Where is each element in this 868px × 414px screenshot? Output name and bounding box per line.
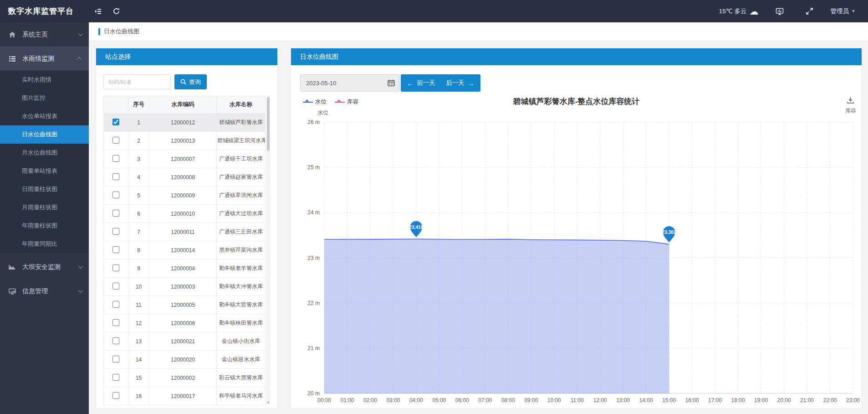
- x-axis-label: 07:00: [478, 397, 492, 404]
- search-button[interactable]: 查询: [174, 74, 207, 89]
- x-axis-label: 06:00: [455, 397, 469, 404]
- station-checkbox[interactable]: [112, 337, 119, 344]
- station-row[interactable]: 112000012碧城镇芦彩箐水库: [104, 114, 266, 132]
- station-checkbox[interactable]: [112, 283, 119, 290]
- submenu-item[interactable]: 日水位曲线图: [0, 125, 89, 144]
- station-row[interactable]: 712000011广通镇三丘田水库: [104, 223, 266, 241]
- station-checkbox[interactable]: [112, 228, 119, 235]
- station-row[interactable]: 1112000005勤丰镇大营箐水库: [104, 296, 266, 314]
- station-row[interactable]: 1412000020金山镇迎水水库: [104, 351, 266, 369]
- station-row[interactable]: 1212000006勤丰镇秧田箐水库: [104, 314, 266, 332]
- station-row[interactable]: 312000007广通镇千工坝水库: [104, 150, 266, 168]
- station-name: 广通镇革洪闸水库: [217, 186, 266, 205]
- station-row[interactable]: 912000004勤丰镇老羊箐水库: [104, 259, 266, 278]
- station-row[interactable]: 1612000017和平镇老马河水库: [104, 387, 266, 405]
- station-checkbox[interactable]: [112, 119, 119, 125]
- scrollbar-thumb[interactable]: [267, 97, 270, 151]
- station-checkbox[interactable]: [112, 210, 119, 217]
- station-seq: 1: [128, 114, 149, 132]
- water-level-chart: 00:0001:0002:0003:0004:0005:0006:0007:00…: [291, 118, 862, 408]
- user-menu[interactable]: 管理员 ▼: [831, 7, 855, 16]
- station-name: 勤丰镇大营箐水库: [217, 296, 266, 314]
- x-axis-label: 10:00: [547, 397, 561, 404]
- sidebar-item-hydrology[interactable]: 水雨情监测: [0, 47, 89, 71]
- station-checkbox[interactable]: [112, 356, 119, 362]
- search-button-label: 查询: [189, 78, 201, 86]
- next-day-button[interactable]: 后一天 →: [440, 74, 480, 92]
- station-seq: 7: [128, 223, 149, 241]
- submenu-item[interactable]: 年雨量柱状图: [0, 217, 89, 235]
- sidebar-item-info-mgmt[interactable]: 信息管理: [0, 279, 89, 303]
- submenu-item[interactable]: 图片监控: [0, 89, 89, 107]
- station-row[interactable]: 412000008广通镇赵家箐水库: [104, 168, 266, 186]
- x-axis-label: 04:00: [409, 397, 423, 404]
- sidebar-collapse-icon[interactable]: [89, 0, 107, 22]
- submenu-item[interactable]: 实时水雨情: [0, 71, 89, 89]
- submenu-item[interactable]: 月雨量柱状图: [0, 198, 89, 217]
- station-code: 12000005: [149, 296, 217, 314]
- scrollbar-down-arrow[interactable]: ▼: [266, 401, 270, 404]
- station-row[interactable]: 812000014黑井镇芹菜沟水库: [104, 241, 266, 259]
- app-title: 数字水库监管平台: [0, 0, 89, 22]
- station-checkbox[interactable]: [112, 374, 119, 381]
- station-checkbox[interactable]: [112, 155, 119, 162]
- station-row[interactable]: 512000009广通镇革洪闸水库: [104, 186, 266, 205]
- submenu-item[interactable]: 水位单站报表: [0, 107, 89, 125]
- download-icon[interactable]: [847, 96, 854, 106]
- station-code: 12000013: [149, 132, 217, 150]
- calendar-icon[interactable]: [388, 79, 395, 87]
- station-name: 勤丰镇大冲箐水库: [217, 278, 266, 296]
- station-checkbox[interactable]: [112, 137, 119, 144]
- station-seq: 11: [128, 296, 149, 314]
- sidebar-item-home[interactable]: 系统主页: [0, 22, 89, 47]
- message-board-icon[interactable]: [771, 0, 789, 22]
- station-code: 12000006: [149, 314, 217, 332]
- station-code: 12000002: [149, 369, 217, 387]
- y-axis-label: 25 m: [307, 164, 320, 171]
- x-axis-label: 02:00: [363, 397, 377, 404]
- station-code: 12000012: [149, 114, 217, 132]
- station-name: 广通镇赵家箐水库: [217, 168, 266, 186]
- x-axis-label: 08:00: [501, 397, 515, 404]
- station-checkbox[interactable]: [112, 264, 119, 271]
- refresh-icon[interactable]: [107, 0, 125, 22]
- monitor-icon: [8, 287, 16, 295]
- station-checkbox[interactable]: [112, 173, 119, 180]
- station-checkbox[interactable]: [112, 319, 119, 326]
- station-row[interactable]: 212000013碧城镇梁王坝河水库: [104, 132, 266, 150]
- x-axis-label: 00:00: [317, 397, 331, 404]
- legend-item[interactable]: 库容: [335, 98, 358, 106]
- fullscreen-icon[interactable]: [801, 0, 819, 22]
- station-search-input[interactable]: [103, 74, 171, 89]
- submenu-item[interactable]: 年雨量同期比: [0, 235, 89, 253]
- station-row[interactable]: 612000010广通镇大过坝水库: [104, 205, 266, 223]
- sidebar-item-dam-safety[interactable]: 大坝安全监测: [0, 255, 89, 279]
- table-scrollbar[interactable]: ▼: [266, 96, 270, 405]
- chart-panel-title: 日水位曲线图: [291, 48, 862, 65]
- prev-day-button[interactable]: ← 前一天: [401, 74, 441, 92]
- x-axis-label: 22:00: [823, 397, 837, 404]
- station-row[interactable]: 1512000002彩云镇大黑箐水库: [104, 369, 266, 387]
- date-input[interactable]: [301, 80, 388, 87]
- station-row[interactable]: 1012000003勤丰镇大冲箐水库: [104, 278, 266, 296]
- date-picker[interactable]: [300, 74, 400, 92]
- table-header-row: 序号 水库编码 水库名称: [104, 96, 266, 114]
- y-axis-label: 20 m: [307, 390, 320, 397]
- station-checkbox[interactable]: [112, 191, 119, 198]
- submenu-item[interactable]: 月水位曲线图: [0, 144, 89, 162]
- station-code: 12000011: [149, 223, 217, 241]
- legend-item[interactable]: 水位: [303, 98, 327, 106]
- submenu-item[interactable]: 雨量单站报表: [0, 162, 89, 180]
- station-seq: 2: [128, 132, 149, 150]
- station-checkbox[interactable]: [112, 392, 119, 399]
- column-header-code: 水库编码: [149, 96, 217, 114]
- station-row[interactable]: 1312000021金山镇小街水库: [104, 332, 266, 351]
- station-checkbox[interactable]: [112, 246, 119, 253]
- checkbox-column-header: [104, 96, 128, 114]
- y-axis-label: 26 m: [307, 119, 320, 125]
- station-code: 12000014: [149, 241, 217, 259]
- station-name: 金山镇小街水库: [217, 332, 266, 351]
- station-checkbox[interactable]: [112, 301, 119, 308]
- column-header-name: 水库名称: [217, 96, 266, 114]
- submenu-item[interactable]: 日雨量柱状图: [0, 180, 89, 198]
